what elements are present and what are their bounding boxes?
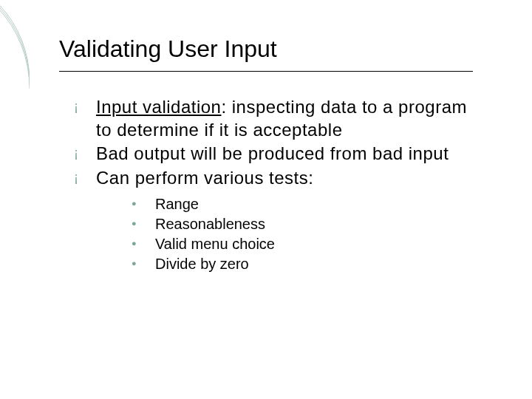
title-underline: [59, 71, 473, 72]
sub-bullet-item: ● Valid menu choice: [132, 234, 488, 254]
sub-bullet-list: ● Range ● Reasonableness ● Valid menu ch…: [74, 194, 488, 274]
sub-bullet-item: ● Range: [132, 194, 488, 214]
slide: Validating User Input ¡ Input validation…: [0, 0, 532, 399]
hollow-circle-bullet-icon: ¡: [74, 143, 96, 164]
filled-circle-bullet-icon: ●: [132, 194, 155, 212]
slide-body: ¡ Input validation: inspecting data to a…: [74, 96, 488, 274]
bullet-text: Bad output will be produced from bad inp…: [96, 143, 488, 166]
hollow-circle-bullet-icon: ¡: [74, 167, 96, 188]
bullet-list: ¡ Input validation: inspecting data to a…: [74, 96, 488, 190]
sub-bullet-item: ● Divide by zero: [132, 254, 488, 274]
sub-bullet-text: Valid menu choice: [155, 234, 488, 254]
slide-title: Validating User Input: [59, 35, 277, 63]
hollow-circle-bullet-icon: ¡: [74, 96, 96, 117]
bullet-item: ¡ Bad output will be produced from bad i…: [74, 143, 488, 166]
decorative-corner-arcs: [0, 0, 30, 399]
defined-term: Input validation: [96, 97, 221, 117]
sub-bullet-item: ● Reasonableness: [132, 214, 488, 234]
filled-circle-bullet-icon: ●: [132, 254, 155, 272]
bullet-item: ¡ Can perform various tests:: [74, 167, 488, 190]
bullet-text: Can perform various tests:: [96, 167, 488, 190]
sub-bullet-text: Range: [155, 194, 488, 214]
sub-bullet-text: Divide by zero: [155, 254, 488, 274]
sub-bullet-text: Reasonableness: [155, 214, 488, 234]
filled-circle-bullet-icon: ●: [132, 214, 155, 232]
bullet-text: Input validation: inspecting data to a p…: [96, 96, 488, 141]
filled-circle-bullet-icon: ●: [132, 234, 155, 252]
bullet-item: ¡ Input validation: inspecting data to a…: [74, 96, 488, 141]
